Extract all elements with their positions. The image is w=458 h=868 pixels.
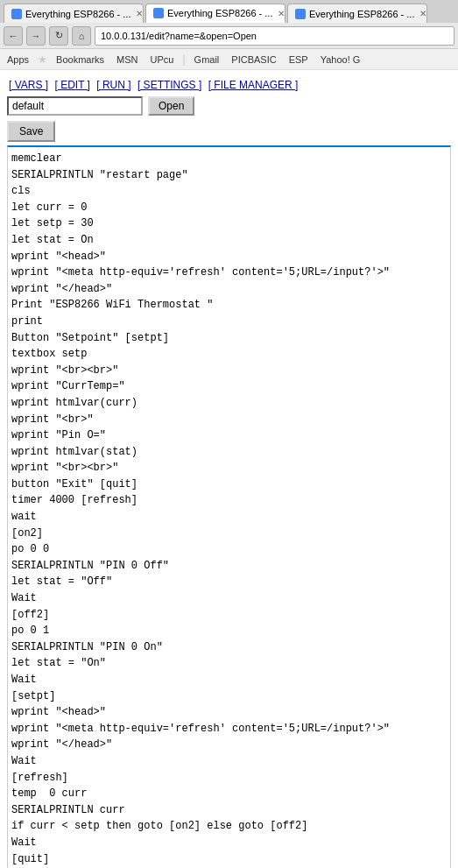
nav-settings[interactable]: [ SETTINGS ] — [136, 79, 203, 91]
browser-tabs: Everything ESP8266 - ... ✕ Everything ES… — [0, 0, 458, 23]
tab-icon-3 — [295, 9, 306, 19]
open-button[interactable]: Open — [148, 96, 194, 116]
tab-3-close[interactable]: ✕ — [419, 9, 426, 18]
filename-input[interactable] — [7, 96, 143, 116]
nav-file-manager[interactable]: [ FILE MANAGER ] — [207, 79, 300, 91]
bookmark-esp[interactable]: ESP — [285, 53, 312, 67]
browser-toolbar: ← → ↻ ⌂ — [0, 23, 458, 49]
bookmark-msn[interactable]: MSN — [113, 53, 141, 67]
home-button[interactable]: ⌂ — [72, 26, 91, 46]
tab-2-close[interactable]: ✕ — [278, 9, 285, 18]
nav-run[interactable]: [ RUN ] — [95, 79, 132, 91]
reload-button[interactable]: ↻ — [49, 26, 68, 46]
tab-1-label: Everything ESP8266 - ... — [25, 9, 130, 19]
nav-vars[interactable]: [ VARS ] — [7, 79, 50, 91]
tab-icon-1 — [11, 9, 22, 19]
forward-button[interactable]: → — [26, 26, 46, 46]
open-row: Open — [7, 96, 451, 116]
tab-icon-2 — [153, 8, 164, 18]
nav-edit[interactable]: [ EDIT ] — [53, 79, 91, 91]
code-editor[interactable]: memclear SERIALPRINTLN "restart page" cl… — [7, 145, 451, 868]
address-bar[interactable] — [95, 26, 454, 46]
tab-1[interactable]: Everything ESP8266 - ... ✕ — [4, 4, 144, 23]
page-content: [ VARS ] [ EDIT ] [ RUN ] [ SETTINGS ] [… — [0, 70, 458, 868]
bookmark-gmail[interactable]: Gmail — [191, 53, 223, 67]
bookmark-picbasic[interactable]: PICBASIC — [228, 53, 279, 67]
bookmark-yahoo[interactable]: Yahoo! G — [317, 53, 364, 67]
bookmark-upcu[interactable]: UPcu — [147, 53, 178, 67]
tab-1-close[interactable]: ✕ — [136, 9, 143, 18]
tab-2-label: Everything ESP8266 - ... — [167, 8, 272, 18]
tab-2[interactable]: Everything ESP8266 - ... ✕ — [145, 4, 285, 23]
save-button[interactable]: Save — [7, 121, 55, 142]
tab-3-label: Everything ESP8266 - ... — [309, 9, 414, 19]
nav-links: [ VARS ] [ EDIT ] [ RUN ] [ SETTINGS ] [… — [7, 79, 451, 91]
bookmark-apps[interactable]: Apps — [4, 53, 32, 67]
back-button[interactable]: ← — [4, 26, 23, 46]
bookmark-bookmarks[interactable]: Bookmarks — [53, 53, 108, 67]
tab-3[interactable]: Everything ESP8266 - ... ✕ — [287, 4, 427, 23]
bookmarks-bar: Apps ★ Bookmarks MSN UPcu | Gmail PICBAS… — [0, 49, 458, 70]
